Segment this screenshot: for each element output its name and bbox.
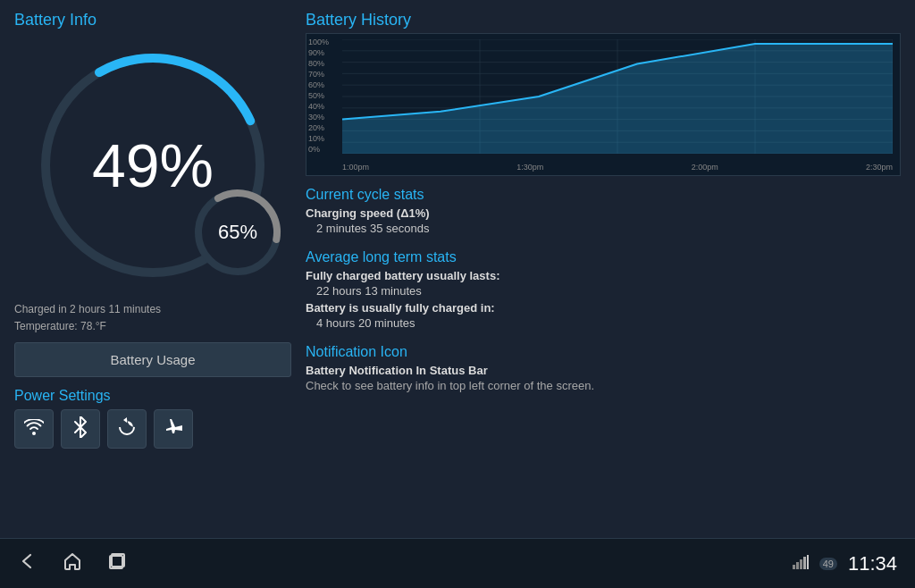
y-0: 0%: [308, 145, 329, 154]
y-70: 70%: [308, 70, 329, 79]
y-50: 50%: [308, 91, 329, 100]
svg-rect-26: [807, 555, 809, 569]
notif-text: Check to see battery info in top left co…: [306, 379, 901, 392]
svg-rect-23: [796, 562, 799, 569]
wifi-icon-btn[interactable]: [14, 409, 54, 449]
sync-icon-btn[interactable]: [107, 409, 147, 449]
home-button[interactable]: [63, 551, 82, 576]
battery-info-title: Battery Info: [14, 11, 291, 29]
temperature-text: Temperature: 78.°F: [14, 318, 291, 335]
x-230pm: 2:30pm: [866, 163, 893, 172]
nav-time: 11:34: [848, 552, 897, 575]
y-100: 100%: [308, 38, 329, 46]
svg-rect-24: [800, 559, 802, 569]
charging-speed-label: Charging speed (Δ1%): [306, 206, 901, 220]
y-80: 80%: [308, 59, 329, 68]
fully-charged-label: Fully charged battery usually lasts:: [306, 269, 901, 282]
bluetooth-icon: [73, 416, 88, 442]
nav-bar: 49 11:34: [0, 538, 915, 588]
battery-circle-container: 49% 65%: [28, 40, 278, 290]
long-term-section: Average long term stats Fully charged ba…: [306, 249, 901, 333]
nav-signal-icon: [793, 555, 809, 573]
power-settings-title: Power Settings: [14, 388, 291, 404]
chart-x-labels: 1:00pm 1:30pm 2:00pm 2:30pm: [342, 163, 893, 172]
left-panel: Battery Info 49%: [14, 11, 291, 531]
long-term-title: Average long term stats: [306, 249, 901, 265]
x-130pm: 1:30pm: [516, 163, 543, 172]
airplane-icon-btn[interactable]: [154, 409, 193, 449]
sync-icon: [117, 417, 137, 441]
fully-charged-in-label: Battery is usually fully charged in:: [306, 301, 901, 315]
airplane-icon: [164, 417, 183, 441]
notification-section: Notification Icon Battery Notification I…: [306, 344, 901, 392]
back-button[interactable]: [18, 551, 38, 576]
notif-bold: Battery Notification In Status Bar: [306, 364, 901, 377]
fully-charged-value: 22 hours 13 minutes: [316, 284, 901, 298]
battery-history-section: Battery History 100% 90% 80% 70% 60% 50%…: [306, 11, 901, 176]
battery-history-title: Battery History: [306, 11, 901, 29]
x-2pm: 2:00pm: [692, 163, 718, 172]
svg-rect-22: [793, 565, 795, 569]
charged-text: Charged in 2 hours 11 minutes: [14, 301, 291, 318]
battery-badge: 49: [819, 558, 837, 570]
y-40: 40%: [308, 102, 329, 111]
small-percentage: 65%: [218, 221, 257, 244]
y-90: 90%: [308, 48, 329, 57]
recents-button[interactable]: [107, 551, 127, 576]
y-30: 30%: [308, 113, 329, 122]
y-10: 10%: [308, 134, 329, 143]
wifi-icon: [24, 419, 44, 440]
fully-charged-in-value: 4 hours 20 minutes: [316, 316, 901, 330]
right-panel: Battery History 100% 90% 80% 70% 60% 50%…: [306, 11, 901, 531]
chart-area: 100% 90% 80% 70% 60% 50% 40% 30% 20% 10%…: [306, 33, 901, 176]
power-icons: [14, 409, 291, 449]
power-settings-section: Power Settings: [14, 388, 291, 449]
battery-usage-button[interactable]: Battery Usage: [14, 342, 291, 377]
svg-rect-25: [803, 557, 806, 569]
chart-y-labels: 100% 90% 80% 70% 60% 50% 40% 30% 20% 10%…: [308, 38, 329, 154]
nav-left: [18, 551, 127, 576]
nav-right: 49 11:34: [793, 552, 897, 575]
current-cycle-title: Current cycle stats: [306, 187, 901, 203]
charging-speed-value: 2 minutes 35 seconds: [316, 222, 901, 235]
x-1pm: 1:00pm: [342, 163, 369, 172]
bluetooth-icon-btn[interactable]: [61, 409, 100, 449]
battery-percentage: 49%: [92, 130, 214, 200]
y-20: 20%: [308, 123, 329, 132]
chart-svg: [342, 39, 893, 154]
notification-title: Notification Icon: [306, 344, 901, 360]
battery-info-text: Charged in 2 hours 11 minutes Temperatur…: [14, 301, 291, 335]
current-cycle-section: Current cycle stats Charging speed (Δ1%)…: [306, 187, 901, 239]
y-60: 60%: [308, 80, 329, 89]
